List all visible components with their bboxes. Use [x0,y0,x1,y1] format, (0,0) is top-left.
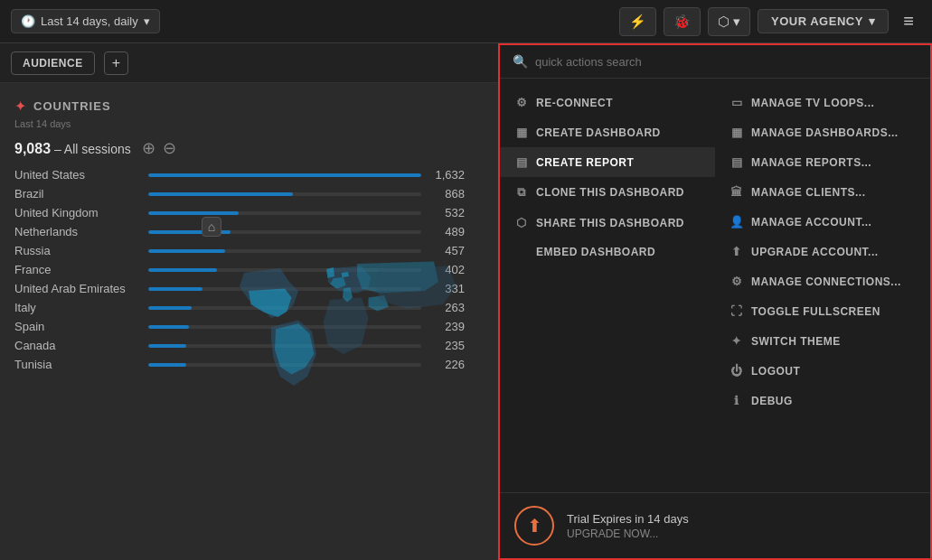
upgrade-now-link[interactable]: UPGRADE NOW... [567,527,689,540]
agency-label: YOUR AGENCY [771,14,863,28]
country-name: Russia [14,244,141,257]
last-days-label: Last 14 days [14,118,465,129]
hamburger-button[interactable]: ≡ [896,7,921,35]
country-name: Netherlands [14,225,141,238]
bug-button[interactable]: 🐞 [664,7,701,36]
logout-icon: ⏻ [730,364,744,378]
country-name: United Arab Emirates [14,282,141,295]
manage-account-label: MANAGE ACCOUNT... [751,216,871,229]
menu-grid: ⚙RE-CONNECT▦CREATE DASHBOARD▤CREATE REPO… [500,79,930,492]
country-bar-fill [148,363,186,367]
menu-col-right: ▭MANAGE TV LOOPS...▦MANAGE DASHBOARDS...… [715,84,930,487]
remove-sessions-icon[interactable]: ⊖ [163,139,176,157]
reconnect-button[interactable]: ⚡ [619,7,656,36]
menu-item-reconnect[interactable]: ⚙RE-CONNECT [500,88,715,117]
reconnect-icon: ⚙ [514,96,529,109]
manage-clients-label: MANAGE CLIENTS... [751,186,866,199]
country-bar-fill [148,325,189,329]
menu-item-manage-clients[interactable]: 🏛MANAGE CLIENTS... [715,177,930,207]
country-name: Spain [14,320,141,333]
search-icon: 🔍 [513,54,528,69]
clock-icon: 🕐 [21,14,35,28]
embed-dashboard-label: EMBED DASHBOARD [536,246,655,258]
clone-dashboard-icon: ⧉ [514,185,529,200]
menu-item-embed-dashboard[interactable]: EMBED DASHBOARD [500,238,715,266]
toggle-fullscreen-label: TOGGLE FULLSCREEN [751,305,880,318]
menu-item-clone-dashboard[interactable]: ⧉CLONE THIS DASHBOARD [500,177,715,208]
debug-icon: ℹ [730,394,744,407]
add-sessions-icon[interactable]: ⊕ [142,139,155,157]
reconnect-icon: ⚡ [629,14,646,30]
switch-theme-icon: ✦ [730,334,744,348]
share-dashboard-icon: ⬡ [514,216,529,229]
manage-dashboards-icon: ▦ [730,126,744,139]
upgrade-circle-button[interactable]: ⬆ [514,506,554,546]
menu-item-create-dashboard[interactable]: ▦CREATE DASHBOARD [500,117,715,147]
menu-item-manage-connections[interactable]: ⚙MANAGE CONNECTIONS... [715,266,930,296]
switch-theme-label: SWITCH THEME [751,335,841,348]
menu-item-logout[interactable]: ⏻LOGOUT [715,356,930,386]
audience-tab[interactable]: AUDIENCE [11,51,95,75]
quick-actions-search-input[interactable] [535,55,918,69]
map-area [208,155,479,499]
country-name: United Kingdom [14,206,141,219]
manage-dashboards-label: MANAGE DASHBOARDS... [751,126,899,139]
quick-actions-dropdown: 🔍 ⚙RE-CONNECT▦CREATE DASHBOARD▤CREATE RE… [498,43,932,560]
country-name: United States [14,168,141,182]
top-bar: 🕐 Last 14 days, daily ▾ ⚡ 🐞 ⬡ ▾ YOUR AGE… [0,0,932,43]
manage-tv-icon: ▭ [730,96,744,109]
countries-title: COUNTRIES [33,99,111,113]
clone-dashboard-label: CLONE THIS DASHBOARD [536,186,684,199]
menu-item-switch-theme[interactable]: ✦SWITCH THEME [715,326,930,356]
share-button[interactable]: ⬡ ▾ [708,7,750,36]
agency-selector[interactable]: YOUR AGENCY ▾ [758,9,889,33]
menu-item-debug[interactable]: ℹDEBUG [715,386,930,415]
countries-chart-icon: ✦ [14,98,26,115]
countries-header: ✦ COUNTRIES [14,98,465,115]
menu-item-share-dashboard[interactable]: ⬡SHARE THIS DASHBOARD [500,208,715,238]
menu-item-create-report[interactable]: ▤CREATE REPORT [500,147,715,177]
search-bar: 🔍 [500,45,930,79]
country-bar-fill [148,306,192,310]
menu-item-manage-tv[interactable]: ▭MANAGE TV LOOPS... [715,88,930,117]
top-bar-left: 🕐 Last 14 days, daily ▾ [11,9,160,33]
menu-item-manage-dashboards[interactable]: ▦MANAGE DASHBOARDS... [715,117,930,147]
reconnect-label: RE-CONNECT [536,97,613,109]
upgrade-account-label: UPGRADE ACCOUNT... [751,246,879,258]
menu-item-upgrade-account[interactable]: ⬆UPGRADE ACCOUNT... [715,237,930,266]
country-bar-fill [148,344,186,348]
country-bar-fill [148,287,202,291]
manage-reports-label: MANAGE REPORTS... [751,156,871,169]
date-selector[interactable]: 🕐 Last 14 days, daily ▾ [11,9,160,33]
menu-item-toggle-fullscreen[interactable]: ⛶TOGGLE FULLSCREEN [715,296,930,326]
country-name: Canada [14,339,141,352]
create-report-icon: ▤ [514,155,529,169]
chevron-down-icon: ▾ [144,14,150,28]
country-name: France [14,263,141,276]
agency-chevron: ▾ [869,14,876,28]
manage-tv-label: MANAGE TV LOOPS... [751,97,874,109]
country-name: Brazil [14,187,141,201]
trial-expires-text: Trial Expires in 14 days [567,512,689,526]
menu-item-manage-account[interactable]: 👤MANAGE ACCOUNT... [715,207,930,237]
upgrade-text-block: Trial Expires in 14 days UPGRADE NOW... [567,512,689,540]
upgrade-account-icon: ⬆ [730,245,744,258]
country-name: Italy [14,301,141,314]
logout-label: LOGOUT [751,365,800,378]
map-home-icon[interactable]: ⌂ [202,217,221,237]
main-content: ✦ COUNTRIES Last 14 days 9,083 – All ses… [0,83,932,560]
share-chevron: ▾ [733,14,740,30]
menu-item-manage-reports[interactable]: ▤MANAGE REPORTS... [715,147,930,177]
manage-clients-icon: 🏛 [730,185,744,199]
dropdown-footer: ⬆ Trial Expires in 14 days UPGRADE NOW..… [500,492,930,558]
bug-icon: 🐞 [673,14,691,30]
manage-reports-icon: ▤ [730,155,744,169]
manage-account-icon: 👤 [730,215,744,229]
sessions-count: 9,083 [14,141,51,156]
country-name: Tunisia [14,358,141,371]
sessions-suffix: – All sessions [54,142,131,156]
date-label: Last 14 days, daily [41,14,138,28]
add-tab-button[interactable]: + [104,51,128,75]
left-panel: ✦ COUNTRIES Last 14 days 9,083 – All ses… [0,83,479,560]
manage-connections-label: MANAGE CONNECTIONS... [751,275,901,288]
